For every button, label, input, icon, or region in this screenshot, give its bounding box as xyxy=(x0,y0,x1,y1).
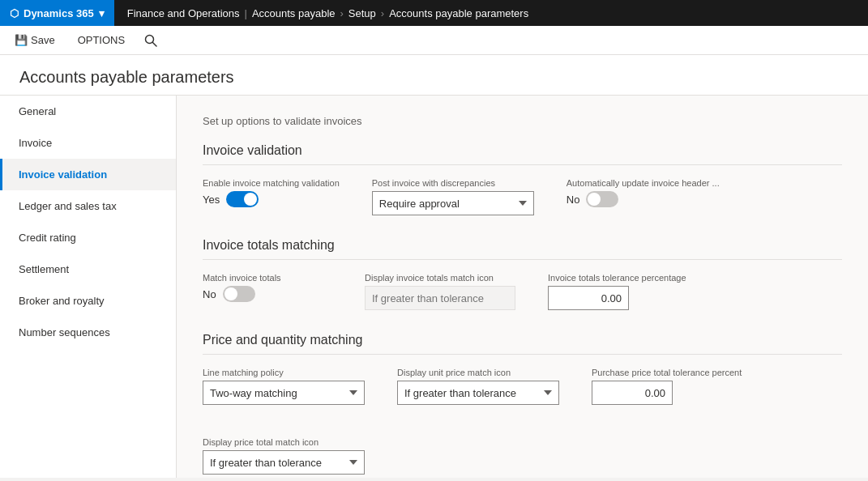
purchase-price-pct-field: Purchase price total tolerance percent xyxy=(592,368,742,405)
display-totals-icon-input xyxy=(365,286,515,310)
breadcrumb-sep3: › xyxy=(381,7,384,19)
display-unit-price-field: Display unit price match icon If greater… xyxy=(397,368,559,405)
svg-line-1 xyxy=(153,42,157,46)
line-matching-policy-field: Line matching policy Two-way matching Th… xyxy=(203,368,365,405)
sidebar-item-invoice[interactable]: Invoice xyxy=(0,127,176,159)
display-totals-icon-field: Display invoice totals match icon xyxy=(365,273,515,310)
totals-tolerance-pct-label: Invoice totals tolerance percentage xyxy=(548,273,686,283)
page-title: Accounts payable parameters xyxy=(19,68,849,87)
enable-matching-track[interactable] xyxy=(226,191,259,207)
page-header: Accounts payable parameters xyxy=(0,55,868,96)
display-unit-price-label: Display unit price match icon xyxy=(397,368,559,377)
totals-matching-heading: Invoice totals matching xyxy=(203,238,842,260)
totals-tolerance-pct-input[interactable] xyxy=(548,286,629,310)
search-button[interactable] xyxy=(143,32,159,49)
sidebar-item-settlement[interactable]: Settlement xyxy=(0,253,176,285)
breadcrumb-part3[interactable]: Setup xyxy=(348,7,376,19)
invoice-validation-row1: Enable invoice matching validation Yes P… xyxy=(203,178,842,215)
top-nav: ⬡ Dynamics 365 ▾ Finance and Operations … xyxy=(0,0,868,26)
match-invoice-totals-value: No xyxy=(203,288,216,300)
auto-update-header-value: No xyxy=(567,194,580,206)
purchase-price-pct-input[interactable] xyxy=(592,381,673,405)
totals-tolerance-pct-field: Invoice totals tolerance percentage xyxy=(548,273,686,310)
dynamics-logo: ⬡ xyxy=(10,7,19,19)
enable-matching-toggle-wrap: Yes xyxy=(203,191,340,207)
sidebar-item-general[interactable]: General xyxy=(0,96,176,127)
display-price-total-select[interactable]: If greater than tolerance Always Never xyxy=(203,450,365,475)
breadcrumb-part1: Finance and Operations xyxy=(127,7,240,19)
auto-update-header-label: Automatically update invoice header ... xyxy=(567,178,720,188)
breadcrumb: Finance and Operations | Accounts payabl… xyxy=(114,7,541,19)
breadcrumb-sep1: | xyxy=(245,7,247,19)
post-discrepancies-label: Post invoice with discrepancies xyxy=(372,178,534,188)
save-label: Save xyxy=(31,34,55,46)
auto-update-header-toggle[interactable] xyxy=(586,191,618,207)
match-invoice-totals-track[interactable] xyxy=(223,286,255,302)
post-discrepancies-field: Post invoice with discrepancies Require … xyxy=(372,178,534,215)
price-quantity-row1: Line matching policy Two-way matching Th… xyxy=(203,368,842,475)
dynamics-brand-label: Dynamics 365 xyxy=(24,7,94,19)
content-area: General Invoice Invoice validation Ledge… xyxy=(0,96,868,478)
match-invoice-totals-label: Match invoice totals xyxy=(203,273,332,283)
display-price-total-field: Display price total match icon If greate… xyxy=(203,437,365,475)
enable-matching-toggle[interactable] xyxy=(226,191,259,207)
page-subtitle: Set up options to validate invoices xyxy=(203,115,842,127)
dynamics-brand[interactable]: ⬡ Dynamics 365 ▾ xyxy=(0,0,114,26)
sidebar-item-credit-rating[interactable]: Credit rating xyxy=(0,222,176,253)
sidebar-item-invoice-validation[interactable]: Invoice validation xyxy=(0,159,176,190)
save-icon: 💾 xyxy=(15,34,28,46)
display-unit-price-select[interactable]: If greater than tolerance Always Never xyxy=(397,381,559,405)
display-totals-icon-label: Display invoice totals match icon xyxy=(365,273,515,283)
post-discrepancies-select[interactable]: Require approval Allow with warning Not … xyxy=(372,191,534,215)
auto-update-header-track[interactable] xyxy=(586,191,618,207)
breadcrumb-sep2: › xyxy=(340,7,344,19)
options-button[interactable]: OPTIONS xyxy=(73,31,130,49)
sidebar-item-broker-royalty[interactable]: Broker and royalty xyxy=(0,285,176,317)
sidebar: General Invoice Invoice validation Ledge… xyxy=(0,96,177,478)
match-invoice-totals-toggle[interactable] xyxy=(223,286,255,302)
main-content: Set up options to validate invoices Invo… xyxy=(177,96,868,478)
price-quantity-section: Price and quantity matching Line matchin… xyxy=(203,333,842,478)
invoice-validation-heading: Invoice validation xyxy=(203,143,842,165)
enable-matching-field: Enable invoice matching validation Yes xyxy=(203,178,340,215)
dynamics-chevron: ▾ xyxy=(99,7,105,19)
line-matching-policy-label: Line matching policy xyxy=(203,368,365,377)
totals-matching-row1: Match invoice totals No Display invoice … xyxy=(203,273,842,310)
price-quantity-heading: Price and quantity matching xyxy=(203,333,842,355)
match-invoice-totals-toggle-wrap: No xyxy=(203,286,332,302)
auto-update-header-toggle-wrap: No xyxy=(567,191,720,207)
sidebar-item-number-sequences[interactable]: Number sequences xyxy=(0,317,176,348)
auto-update-header-thumb xyxy=(588,193,601,206)
sidebar-item-ledger[interactable]: Ledger and sales tax xyxy=(0,190,176,222)
save-button[interactable]: 💾 Save xyxy=(10,31,60,49)
enable-matching-label: Enable invoice matching validation xyxy=(203,178,340,188)
enable-matching-thumb xyxy=(244,193,257,206)
toolbar: 💾 Save OPTIONS xyxy=(0,26,868,55)
breadcrumb-part4: Accounts payable parameters xyxy=(389,7,528,19)
invoice-validation-section: Invoice validation Enable invoice matchi… xyxy=(203,143,842,215)
auto-update-header-field: Automatically update invoice header ... … xyxy=(567,178,720,215)
line-matching-policy-select[interactable]: Two-way matching Three-way matching Not … xyxy=(203,381,365,405)
breadcrumb-part2[interactable]: Accounts payable xyxy=(252,7,336,19)
purchase-price-pct-label: Purchase price total tolerance percent xyxy=(592,368,742,377)
options-label: OPTIONS xyxy=(78,34,126,46)
match-invoice-totals-thumb xyxy=(224,287,237,300)
display-price-total-label: Display price total match icon xyxy=(203,437,365,447)
enable-matching-value: Yes xyxy=(203,194,220,206)
totals-matching-section: Invoice totals matching Match invoice to… xyxy=(203,238,842,310)
match-invoice-totals-field: Match invoice totals No xyxy=(203,273,332,310)
